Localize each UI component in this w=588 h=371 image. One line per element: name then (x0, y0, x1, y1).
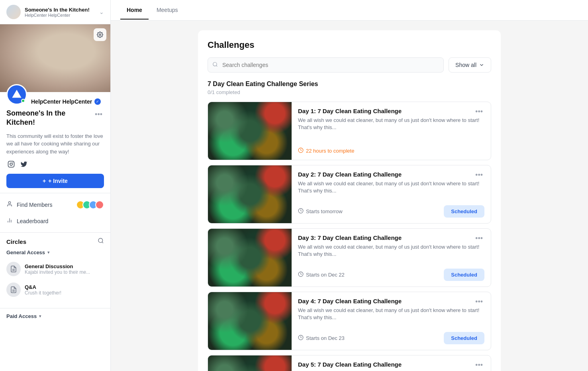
challenge-image-day4 (208, 292, 292, 350)
sidebar-header: Someone's In the Kitchen! HelpCenter Hel… (0, 0, 110, 24)
scheduled-button-day2[interactable]: Scheduled (444, 205, 484, 218)
challenge-more-button-day2[interactable]: ••• (474, 171, 484, 179)
challenge-header-day3: Day 3: 7 Day Clean Eating Challenge ••• (298, 234, 484, 243)
challenge-body-day5: Day 5: 7 Day Clean Eating Challenge ••• (292, 355, 491, 371)
challenge-body-day2: Day 2: 7 Day Clean Eating Challenge ••• … (292, 165, 491, 223)
time-badge-day2: Starts tomorrow (298, 208, 343, 215)
challenge-header-day4: Day 4: 7 Day Clean Eating Challenge ••• (298, 298, 484, 307)
challenge-thumbnail-day2 (208, 165, 292, 223)
main-content: Home Meetups Challenges Show all (111, 0, 588, 371)
tab-meetups[interactable]: Meetups (150, 1, 184, 20)
circle-avatar-qna (6, 283, 21, 297)
circles-title: Circles (6, 238, 26, 245)
scheduled-button-day4[interactable]: Scheduled (444, 332, 484, 344)
instagram-icon[interactable] (6, 159, 16, 169)
paid-access-header[interactable]: Paid Access ▾ (6, 313, 104, 319)
show-all-button[interactable]: Show all (449, 57, 491, 73)
avatar-icon (11, 89, 22, 100)
paid-access-chevron-icon: ▾ (39, 314, 41, 319)
settings-button[interactable] (94, 28, 106, 41)
gear-icon (97, 31, 103, 38)
clock-icon-day1 (298, 147, 304, 154)
time-label-day2: Starts tomorrow (306, 208, 343, 214)
challenge-name-day2: Day 2: 7 Day Clean Eating Challenge (298, 171, 402, 178)
clock-icon-day3 (298, 271, 304, 278)
challenge-thumbnail-day5 (208, 355, 292, 371)
sidebar-item-leaderboard[interactable]: Leaderboard (0, 213, 110, 229)
circle-preview-general-discussion: Kajabi invited you to their me... (25, 269, 104, 275)
sidebar-community-name: Someone's In the Kitchen! (25, 7, 90, 13)
challenge-more-button-day1[interactable]: ••• (474, 108, 484, 116)
circle-name-qna: Q&A (25, 284, 104, 290)
search-icon (98, 238, 104, 244)
content-area: Challenges Show all (111, 21, 588, 371)
title-row: Someone's In the Kitchen! ••• (6, 109, 104, 131)
sidebar-subtitle: HelpCenter HelpCenter (25, 13, 90, 18)
circle-item-qna[interactable]: Q&A Crush it together! (6, 279, 104, 300)
search-container (208, 57, 444, 73)
sidebar-item-find-members[interactable]: Find Members (0, 196, 110, 213)
sidebar: Someone's In the Kitchen! HelpCenter Hel… (0, 0, 111, 371)
online-indicator (21, 99, 25, 103)
search-input[interactable] (208, 57, 444, 73)
svg-line-15 (216, 65, 218, 67)
profile-name: HelpCenter HelpCenter (31, 98, 92, 105)
challenge-name-day5: Day 5: 7 Day Clean Eating Challenge (298, 361, 402, 368)
time-badge-day1: 22 hours to complete (298, 147, 354, 154)
challenge-more-button-day5[interactable]: ••• (474, 361, 484, 369)
member-avatar-4 (95, 200, 104, 209)
leaderboard-icon (6, 217, 13, 225)
circles-header: Circles (6, 238, 104, 245)
challenge-item-day1: Day 1: 7 Day Clean Eating Challenge ••• … (208, 102, 491, 160)
avatar (6, 84, 27, 105)
general-access-section: General Access ▾ General Discussion Kaja… (6, 249, 104, 300)
challenge-thumbnail-day1 (208, 102, 292, 160)
general-access-chevron-icon: ▾ (47, 250, 50, 255)
show-all-label: Show all (455, 62, 476, 68)
community-description: This community will exist to foster the … (6, 132, 104, 156)
circle-info-general-discussion: General Discussion Kajabi invited you to… (25, 263, 104, 275)
twitter-icon[interactable] (19, 159, 29, 169)
challenge-image-day3 (208, 229, 292, 287)
community-title: Someone's In the Kitchen! (6, 109, 93, 128)
challenge-footer-day3: Starts on Dec 22 Scheduled (298, 269, 484, 281)
circle-preview-qna: Crush it together! (25, 290, 104, 296)
time-label-day3: Starts on Dec 22 (306, 272, 345, 278)
challenge-desc-day2: We all wish we could eat cleaner, but ma… (298, 180, 484, 194)
series-progress: 0/1 completed (208, 89, 491, 95)
challenge-footer-day1: 22 hours to complete (298, 147, 484, 154)
challenge-header-day1: Day 1: 7 Day Clean Eating Challenge ••• (298, 108, 484, 117)
svg-point-8 (98, 238, 103, 243)
challenge-header-day2: Day 2: 7 Day Clean Eating Challenge ••• (298, 171, 484, 180)
challenge-item-day4: Day 4: 7 Day Clean Eating Challenge ••• … (208, 292, 491, 350)
challenge-desc-day4: We all wish we could eat cleaner, but ma… (298, 307, 484, 321)
tab-home[interactable]: Home (120, 1, 149, 20)
circle-item-general-discussion[interactable]: General Discussion Kajabi invited you to… (6, 259, 104, 279)
top-nav: Home Meetups (111, 0, 588, 21)
series-title: 7 Day Clean Eating Challenge Series (208, 80, 491, 88)
clock-icon-day4 (298, 335, 304, 342)
challenges-title: Challenges (208, 40, 491, 50)
sidebar-nav: Find Members Leaderboard (0, 193, 110, 233)
sidebar-collapse-icon[interactable]: ⌄ (99, 9, 104, 15)
profile-name-row: HelpCenter HelpCenter ✓ (31, 98, 101, 105)
search-icon (212, 62, 218, 69)
svg-point-3 (12, 162, 13, 163)
chevron-down-icon (479, 62, 484, 68)
challenge-more-button-day4[interactable]: ••• (474, 298, 484, 306)
invite-button[interactable]: + + Invite (6, 174, 104, 188)
search-circles-button[interactable] (98, 238, 104, 245)
scheduled-button-day3[interactable]: Scheduled (444, 269, 484, 281)
challenge-item-day5: Day 5: 7 Day Clean Eating Challenge ••• (208, 355, 491, 371)
svg-point-4 (8, 202, 10, 204)
general-access-header[interactable]: General Access ▾ (6, 249, 104, 255)
challenge-item-day2: Day 2: 7 Day Clean Eating Challenge ••• … (208, 165, 491, 224)
more-options-button[interactable]: ••• (93, 109, 104, 120)
challenge-more-button-day3[interactable]: ••• (474, 234, 484, 243)
verified-badge: ✓ (94, 98, 101, 105)
challenge-thumbnail-day3 (208, 229, 292, 287)
nav-item-leaderboard-left: Leaderboard (6, 217, 48, 225)
challenges-card: Challenges Show all (198, 30, 501, 371)
find-members-label: Find Members (17, 202, 52, 208)
time-label-day1: 22 hours to complete (306, 148, 354, 154)
